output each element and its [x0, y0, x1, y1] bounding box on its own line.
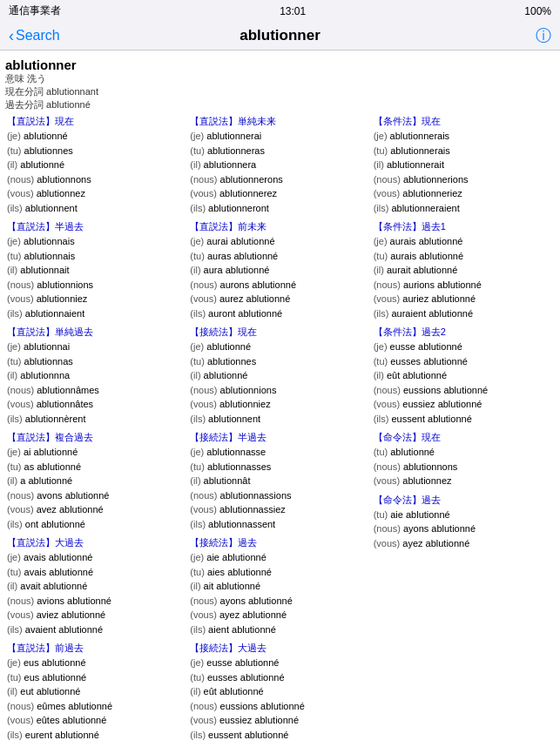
pronoun: (ils): [7, 308, 25, 319]
tense-header: 【条件法】過去1: [374, 220, 553, 233]
pronoun: (tu): [190, 672, 207, 683]
pronoun: (ils): [7, 730, 25, 740]
verb-form: as ablutionné: [24, 461, 81, 472]
pronoun: (je): [190, 236, 206, 246]
back-button[interactable]: ‹ Search: [9, 28, 60, 44]
conjugation-line: (vous) auriez ablutionné: [374, 292, 553, 306]
tense-header: 【直説法】現在: [7, 115, 186, 128]
tense-header: 【命令法】現在: [374, 431, 553, 444]
verb-form: ablutionnassiez: [219, 504, 286, 515]
verb-form: ablutionnes: [24, 145, 73, 156]
verb-form: ait ablutionné: [204, 581, 260, 591]
pronoun: (il): [374, 265, 387, 275]
verb-form: avez ablutionné: [37, 504, 104, 515]
pronoun: (ils): [7, 624, 25, 635]
pronoun: (ils): [190, 203, 208, 213]
conjugation-line: (vous) ablutionnâtes: [7, 397, 186, 412]
pronoun: (il): [190, 475, 203, 486]
pronoun: (tu): [190, 567, 207, 577]
pronoun: (nous): [7, 701, 37, 711]
conjugation-line: (je) avais ablutionné: [7, 550, 186, 565]
conjugation-line: (nous) avons ablutionné: [7, 488, 186, 503]
pronoun: (nous): [190, 596, 219, 606]
conjugation-line: (tu) as ablutionné: [7, 460, 186, 474]
pronoun: (je): [190, 341, 206, 352]
conjugation-line: (tu) ablutionné: [374, 445, 553, 460]
conjugation-line: (vous) ayez ablutionné: [374, 536, 553, 551]
verb-form: ablutionnerez: [219, 188, 277, 199]
verb-form: eût ablutionné: [387, 370, 447, 380]
pronoun: (il): [374, 370, 387, 380]
verb-form: ayez ablutionné: [402, 538, 469, 548]
conjugation-line: (il) ablutionnait: [7, 263, 186, 278]
pronoun: (il): [7, 265, 20, 275]
pronoun: (je): [374, 131, 390, 141]
pronoun: (tu): [374, 447, 391, 457]
conjugation-line: (tu) eus ablutionné: [7, 670, 186, 685]
pronoun: (il): [7, 581, 20, 591]
verb-form: ablutionnasses: [207, 461, 271, 472]
verb-form: ablutionné: [206, 341, 251, 352]
pronoun: (vous): [374, 475, 403, 486]
conjugation-line: (vous) ablutionniez: [7, 292, 186, 306]
conjugation-line: (nous) ayons ablutionné: [374, 522, 553, 536]
conjugation-line: (tu) ablutionnasses: [190, 460, 369, 474]
pronoun: (nous): [190, 174, 219, 185]
pronoun: (tu): [190, 145, 207, 156]
column-1: 【直説法】単純未来(je) ablutionnerai(tu) ablution…: [188, 115, 371, 747]
conjugation-line: (il) ablutionné: [7, 158, 186, 172]
tense-block-0-5: 【直説法】前過去(je) eus ablutionné(tu) eus ablu…: [7, 642, 186, 742]
pronoun: (je): [7, 447, 24, 457]
pronoun: (nous): [7, 279, 37, 290]
verb-form: eusses ablutionné: [390, 356, 468, 367]
present-participle: 現在分詞 ablutionnant: [5, 85, 555, 98]
conjugation-line: (vous) eussiez ablutionné: [190, 713, 369, 728]
verb-form: avons ablutionné: [37, 490, 109, 501]
tense-header: 【直説法】前過去: [7, 642, 186, 655]
conjugation-line: (tu) ablutionnes: [7, 144, 186, 158]
pronoun: (ils): [190, 624, 208, 635]
conjugation-line: (vous) eûtes ablutionné: [7, 713, 186, 728]
nav-title: ablutionner: [240, 27, 320, 44]
nav-bar: ‹ Search ablutionner ⓘ: [0, 22, 560, 50]
conjugation-line: (vous) ablutionniez: [190, 397, 369, 412]
pronoun: (tu): [190, 251, 207, 261]
verb-form: ablutionneriez: [402, 188, 462, 199]
conjugation-line: (il) eut ablutionné: [7, 684, 186, 699]
verb-form: eusse ablutionné: [390, 341, 462, 352]
tense-header: 【接続法】大過去: [190, 642, 369, 655]
conjugation-line: (il) eût ablutionné: [190, 684, 369, 699]
pronoun: (je): [374, 341, 390, 352]
verb-form: aie ablutionné: [390, 509, 450, 520]
pronoun: (vous): [190, 188, 219, 199]
verb-form: ayons ablutionné: [220, 596, 293, 606]
verb-form: ablutionneras: [207, 145, 265, 156]
info-button[interactable]: ⓘ: [536, 25, 551, 46]
conjugation-line: (ils) ablutionneront: [190, 201, 369, 216]
verb-form: ablutionnna: [20, 370, 70, 380]
pronoun: (vous): [190, 504, 219, 515]
conjugation-line: (tu) auras ablutionné: [190, 249, 369, 264]
verb-form: ablutionnent: [25, 203, 78, 213]
verb-form: ablutionnas: [24, 356, 73, 367]
verb-form: ablutionnais: [24, 236, 75, 246]
pronoun: (il): [374, 159, 387, 170]
conjugation-line: (je) ablutionnasse: [190, 445, 369, 460]
tense-header: 【接続法】半過去: [190, 431, 369, 444]
conjugation-line: (ils) eussent ablutionné: [190, 728, 369, 743]
conjugation-line: (vous) ayez ablutionné: [190, 608, 369, 622]
word-header: ablutionner 意味 洗う 現在分詞 ablutionnant 過去分詞…: [5, 57, 555, 111]
tense-header: 【直説法】複合過去: [7, 431, 186, 444]
verb-form: ablutionnasse: [206, 447, 266, 457]
pronoun: (nous): [190, 385, 219, 395]
pronoun: (je): [190, 447, 206, 457]
verb-form: ai ablutionné: [24, 447, 78, 457]
pronoun: (je): [7, 236, 24, 246]
verb-form: eussent ablutionné: [391, 414, 471, 424]
column-2: 【条件法】現在(je) ablutionnerais(tu) ablutionn…: [372, 115, 555, 747]
conjugation-line: (vous) ablutionnassiez: [190, 502, 369, 517]
tense-block-1-1: 【直説法】前未来(je) aurai ablutionné(tu) auras …: [190, 220, 369, 320]
pronoun: (il): [7, 159, 20, 170]
verb-form: ablutionnez: [37, 188, 85, 199]
pronoun: (vous): [374, 188, 403, 199]
